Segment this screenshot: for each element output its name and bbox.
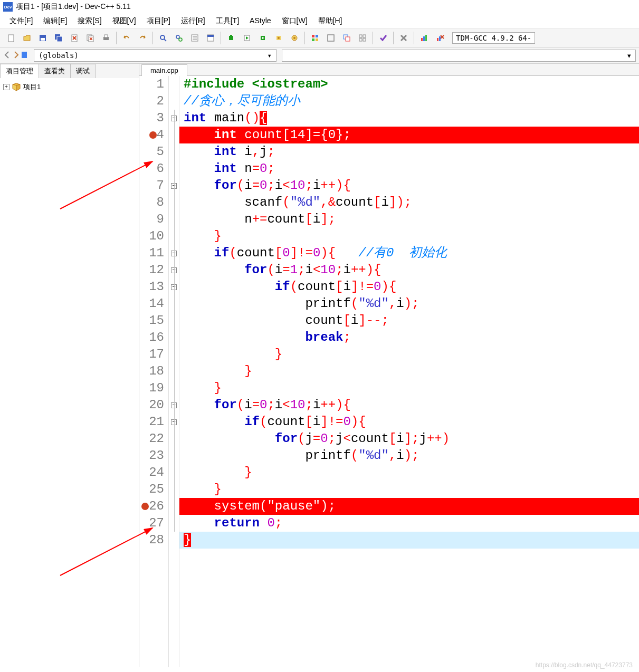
fold-box-icon[interactable]: − bbox=[171, 183, 177, 189]
fold-cell[interactable] bbox=[169, 312, 179, 329]
code-line[interactable]: for(i=0;i<10;i++){ bbox=[179, 397, 639, 414]
fold-cell[interactable] bbox=[169, 447, 179, 464]
fold-cell[interactable] bbox=[169, 430, 179, 447]
code-line[interactable]: int count[14]={0}; bbox=[179, 127, 639, 143]
fold-box-icon[interactable]: − bbox=[171, 284, 177, 290]
new-file-icon[interactable] bbox=[4, 31, 18, 45]
fold-box-icon[interactable]: − bbox=[171, 251, 177, 256]
code-line[interactable]: #include <iostream> bbox=[179, 76, 639, 93]
save-all-icon[interactable] bbox=[51, 31, 66, 45]
close-x-icon[interactable] bbox=[396, 31, 411, 45]
fold-cell[interactable] bbox=[169, 160, 179, 177]
line-number[interactable]: 22 bbox=[139, 430, 164, 447]
fold-cell[interactable]: − bbox=[169, 177, 179, 194]
code-line[interactable]: system("pause"); bbox=[179, 498, 639, 515]
code-line[interactable]: } bbox=[179, 380, 639, 397]
back-icon[interactable] bbox=[3, 51, 12, 61]
scope-dropdown[interactable]: (globals) ▾ bbox=[34, 49, 276, 62]
run-icon[interactable] bbox=[240, 31, 254, 45]
side-tab-2[interactable]: 调试 bbox=[70, 64, 96, 78]
fold-cell[interactable] bbox=[169, 76, 179, 93]
window-icon[interactable] bbox=[323, 31, 338, 45]
code-line[interactable]: printf("%d",i); bbox=[179, 447, 639, 464]
menu-窗口[W][interactable]: 窗口[W] bbox=[276, 15, 313, 27]
line-number[interactable]: 17 bbox=[139, 346, 164, 363]
menu-项目[P][interactable]: 项目[P] bbox=[141, 15, 176, 27]
line-number[interactable]: 19 bbox=[139, 380, 164, 397]
close-all-icon[interactable] bbox=[83, 31, 98, 45]
code-line[interactable]: for(i=1;i<10;i++){ bbox=[179, 262, 639, 279]
open-file-icon[interactable] bbox=[20, 31, 34, 45]
fold-cell[interactable] bbox=[169, 127, 179, 143]
code-line[interactable]: } bbox=[179, 532, 639, 549]
breakpoint-icon[interactable] bbox=[141, 503, 149, 510]
fold-cell[interactable]: − bbox=[169, 245, 179, 262]
fold-cell[interactable] bbox=[169, 481, 179, 498]
file-tab-main[interactable]: main.cpp bbox=[141, 64, 187, 76]
fold-cell[interactable] bbox=[169, 532, 179, 549]
code-editor[interactable]: 1234567891011121314151617181920212223242… bbox=[139, 76, 639, 667]
compiler-select[interactable]: TDM-GCC 4.9.2 64- bbox=[452, 32, 535, 44]
menu-AStyle[interactable]: AStyle bbox=[244, 15, 276, 27]
line-number[interactable]: 11 bbox=[139, 245, 164, 262]
fold-cell[interactable]: − bbox=[169, 110, 179, 127]
line-number[interactable]: 2 bbox=[139, 93, 164, 110]
fold-cell[interactable] bbox=[169, 346, 179, 363]
code-line[interactable]: int i,j; bbox=[179, 143, 639, 160]
line-number[interactable]: 1 bbox=[139, 76, 164, 93]
code-line[interactable]: return 0; bbox=[179, 515, 639, 532]
project-tree[interactable]: + 项目1 bbox=[0, 78, 139, 667]
bookmark-icon[interactable] bbox=[20, 51, 28, 61]
fold-cell[interactable] bbox=[169, 498, 179, 515]
goto-icon[interactable] bbox=[203, 31, 218, 45]
line-number[interactable]: 21 bbox=[139, 414, 164, 430]
line-gutter[interactable]: 1234567891011121314151617181920212223242… bbox=[139, 76, 169, 667]
windows-icon[interactable] bbox=[339, 31, 354, 45]
fold-cell[interactable] bbox=[169, 515, 179, 532]
fold-cell[interactable]: − bbox=[169, 262, 179, 279]
line-number[interactable]: 12 bbox=[139, 262, 164, 279]
menu-视图[V][interactable]: 视图[V] bbox=[107, 15, 141, 27]
debug-stop-icon[interactable] bbox=[433, 31, 447, 45]
compile-icon[interactable] bbox=[224, 31, 239, 45]
code-line[interactable]: for(j=0;j<count[i];j++) bbox=[179, 430, 639, 447]
menu-文件[F][interactable]: 文件[F] bbox=[4, 15, 38, 27]
fold-box-icon[interactable]: − bbox=[171, 419, 177, 425]
line-number[interactable]: 7 bbox=[139, 177, 164, 194]
fold-box-icon[interactable]: − bbox=[171, 402, 177, 408]
fold-cell[interactable] bbox=[169, 329, 179, 346]
menu-运行[R][interactable]: 运行[R] bbox=[176, 15, 211, 27]
code-line[interactable]: printf("%d",i); bbox=[179, 295, 639, 312]
chart-icon[interactable] bbox=[417, 31, 432, 45]
code-line[interactable]: } bbox=[179, 346, 639, 363]
fold-cell[interactable]: − bbox=[169, 279, 179, 295]
line-number[interactable]: 18 bbox=[139, 363, 164, 380]
fold-cell[interactable] bbox=[169, 143, 179, 160]
check-icon[interactable] bbox=[376, 31, 390, 45]
menu-编辑[E][interactable]: 编辑[E] bbox=[38, 15, 72, 27]
close-icon[interactable] bbox=[67, 31, 82, 45]
line-number[interactable]: 9 bbox=[139, 211, 164, 228]
member-dropdown[interactable]: ▾ bbox=[282, 50, 636, 62]
fold-cell[interactable] bbox=[169, 295, 179, 312]
line-number[interactable]: 26 bbox=[139, 498, 164, 515]
line-number[interactable]: 3 bbox=[139, 110, 164, 127]
fold-cell[interactable] bbox=[169, 380, 179, 397]
debug-icon[interactable] bbox=[287, 31, 302, 45]
code-line[interactable]: //贪心，尽可能的小 bbox=[179, 93, 639, 110]
fold-box-icon[interactable]: − bbox=[171, 267, 177, 273]
redo-icon[interactable] bbox=[135, 31, 150, 45]
tile-icon[interactable] bbox=[355, 31, 370, 45]
code-line[interactable]: } bbox=[179, 228, 639, 245]
line-number[interactable]: 24 bbox=[139, 464, 164, 481]
code-line[interactable]: if(count[0]!=0){ //有0 初始化 bbox=[179, 245, 639, 262]
menu-帮助[H][interactable]: 帮助[H] bbox=[313, 15, 348, 27]
line-number[interactable]: 25 bbox=[139, 481, 164, 498]
code-line[interactable]: count[i]--; bbox=[179, 312, 639, 329]
code-line[interactable]: n+=count[i]; bbox=[179, 211, 639, 228]
find-in-files-icon[interactable] bbox=[187, 31, 202, 45]
line-number[interactable]: 16 bbox=[139, 329, 164, 346]
line-number[interactable]: 23 bbox=[139, 447, 164, 464]
expand-icon[interactable]: + bbox=[3, 84, 9, 90]
line-number[interactable]: 6 bbox=[139, 160, 164, 177]
